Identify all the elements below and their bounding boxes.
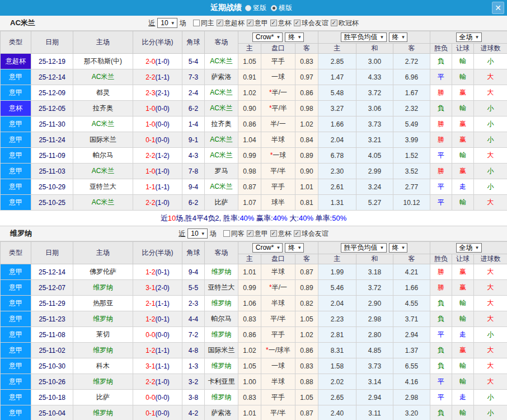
avg-home-cell: 2.04 bbox=[318, 132, 356, 148]
column-header: 角球 bbox=[182, 31, 205, 54]
odds-time-select[interactable]: 终▼ bbox=[285, 243, 304, 253]
away-team-cell: AC米兰 bbox=[205, 132, 238, 148]
column-header: 类型 bbox=[1, 242, 31, 264]
handicap-cell: 平/半 bbox=[261, 311, 295, 327]
result-goals-cell: 大 bbox=[474, 280, 507, 296]
handicap-cell: 平手 bbox=[261, 327, 295, 343]
odds-away-cell: 0.88 bbox=[295, 374, 318, 390]
avg-draw-cell: 3.72 bbox=[356, 85, 393, 101]
date-cell: 25-11-02 bbox=[31, 343, 73, 358]
layout-radio-horizontal[interactable]: 横版 bbox=[271, 3, 292, 13]
games-count-select[interactable]: 10▼ bbox=[157, 18, 177, 28]
same-venue-checkbox[interactable]: 同主 bbox=[193, 18, 214, 28]
league-filter-checkbox[interactable]: 欧冠杯 bbox=[331, 18, 359, 28]
corner-cell: 5-5 bbox=[182, 280, 205, 296]
league-filter-checkbox[interactable]: 意杯 bbox=[270, 18, 292, 28]
avg-home-cell: 1.66 bbox=[318, 116, 356, 132]
league-filter-checkbox[interactable]: 意甲 bbox=[247, 229, 268, 239]
result-goals-cell: 小 bbox=[474, 132, 507, 148]
close-icon[interactable]: ✕ bbox=[492, 2, 504, 14]
league-filter-checkbox[interactable]: 意杯 bbox=[270, 229, 292, 239]
avg-odds-select[interactable]: 胜平负均值▼ bbox=[341, 32, 387, 42]
avg-home-cell: 2.23 bbox=[318, 311, 356, 327]
result-goals-cell: 大 bbox=[474, 358, 507, 374]
avg-home-cell: 8.31 bbox=[318, 343, 356, 358]
avg-draw-cell: 3.14 bbox=[356, 374, 393, 390]
avg-away-cell: 3.52 bbox=[393, 164, 430, 179]
results-table: 类型日期主场比分(半场)角球客场Crow*▼终▼胜平负均值▼终▼全场▼主盘口客主… bbox=[0, 241, 507, 420]
result-goals-cell: 小 bbox=[474, 179, 507, 195]
corner-cell: 7-2 bbox=[182, 327, 205, 343]
sub-column-header: 主 bbox=[318, 44, 356, 54]
away-team-cell: 维罗纳 bbox=[205, 358, 238, 374]
result-handicap-cell: 走 bbox=[452, 390, 474, 405]
date-cell: 25-11-29 bbox=[31, 296, 73, 311]
handicap-cell: 球半 bbox=[261, 195, 295, 211]
dropdown-value: Crow* bbox=[256, 33, 274, 41]
radio-icon bbox=[271, 5, 277, 11]
results-content: AC米兰近10▼场同主意超杯意甲意杯球会友谊欧冠杯类型日期主场比分(半场)角球客… bbox=[0, 16, 507, 420]
recent-link[interactable]: 近 bbox=[148, 18, 155, 28]
dropdown-value: 终 bbox=[288, 32, 295, 42]
odds-away-cell: 0.86 bbox=[295, 343, 318, 358]
halftime-score: (1-0) bbox=[156, 58, 170, 66]
avg-away-cell: 6.96 bbox=[393, 69, 430, 85]
odds-source-select[interactable]: Crow*▼ bbox=[252, 243, 283, 253]
layout-radio-vertical[interactable]: 竖版 bbox=[245, 3, 266, 13]
dropdown-value: 全场 bbox=[459, 243, 473, 253]
handicap-cell: *一/球半 bbox=[261, 343, 295, 358]
match-scope-select[interactable]: 全场▼ bbox=[456, 243, 482, 253]
away-team-cell: 罗马 bbox=[205, 164, 238, 179]
avg-time-select[interactable]: 终▼ bbox=[389, 243, 408, 253]
handicap-cell: *半/一 bbox=[261, 85, 295, 101]
avg-draw-cell: 2.94 bbox=[356, 390, 393, 405]
odds-away-cell: 1.01 bbox=[295, 179, 318, 195]
odds-source-select[interactable]: Crow*▼ bbox=[252, 32, 283, 42]
avg-away-cell: 10.12 bbox=[393, 195, 430, 211]
table-row: 意甲25-10-04维罗纳0-1(0-0)4-2萨索洛1.01平/半0.872.… bbox=[1, 405, 507, 420]
avg-time-select[interactable]: 终▼ bbox=[389, 32, 408, 42]
odds-home-cell: 1.06 bbox=[238, 296, 261, 311]
league-filter-checkbox[interactable]: 意超杯 bbox=[217, 18, 245, 28]
result-wdl-cell: 勝 bbox=[430, 280, 452, 296]
summary-part: 40% bbox=[273, 214, 288, 222]
checkbox-label: 意超杯 bbox=[224, 18, 245, 28]
same-venue-checkbox[interactable]: 同客 bbox=[223, 229, 245, 239]
table-row: 意甲25-11-29热那亚2-1(1-1)2-3维罗纳1.06半球0.822.0… bbox=[1, 296, 507, 311]
result-goals-cell: 大 bbox=[474, 85, 507, 101]
league-filter-checkbox[interactable]: 球会友谊 bbox=[294, 18, 328, 28]
summary-part: 40% bbox=[240, 214, 254, 222]
league-filter-checkbox[interactable]: 球会友谊 bbox=[294, 229, 328, 239]
match-scope-select[interactable]: 全场▼ bbox=[456, 32, 482, 42]
table-row: 意甲25-11-08莱切0-0(0-0)7-2维罗纳0.86平手1.022.81… bbox=[1, 327, 507, 343]
avg-odds-select[interactable]: 胜平负均值▼ bbox=[341, 243, 387, 253]
date-cell: 25-12-09 bbox=[31, 85, 73, 101]
odds-away-cell: 0.86 bbox=[295, 85, 318, 101]
summary-part: 单率: bbox=[313, 214, 332, 222]
odds-home-cell: 1.05 bbox=[238, 358, 261, 374]
games-count-select[interactable]: 10▼ bbox=[187, 228, 207, 239]
odds-away-cell: 1.02 bbox=[295, 116, 318, 132]
column-header: 主场 bbox=[73, 242, 133, 264]
record-summary: 近10场,胜4平4负2, 胜率:40% 赢率:40% 大:40% 单率:50% bbox=[0, 211, 507, 226]
recent-link[interactable]: 近 bbox=[179, 229, 185, 239]
avg-away-cell: 1.67 bbox=[393, 85, 430, 101]
column-header: 主场 bbox=[73, 31, 133, 54]
date-cell: 25-11-08 bbox=[31, 327, 73, 343]
date-cell: 25-12-14 bbox=[31, 69, 73, 85]
checkbox-label: 同主 bbox=[201, 18, 214, 28]
avg-odds-group: 胜平负均值▼终▼ bbox=[318, 31, 430, 44]
league-filter-checkbox[interactable]: 意甲 bbox=[247, 18, 268, 28]
checkbox-icon bbox=[247, 20, 254, 26]
radio-icon bbox=[245, 5, 251, 11]
score-cell: 1-0(0-0) bbox=[133, 101, 182, 116]
score-cell: 2-2(1-0) bbox=[133, 374, 182, 390]
sub-column-header: 胜负 bbox=[430, 254, 452, 264]
fulltime-score: 1-2 bbox=[145, 347, 155, 354]
fulltime-score: 2-2 bbox=[145, 199, 155, 207]
odds-home-cell: 0.83 bbox=[238, 390, 261, 405]
team-section: AC米兰近10▼场同主意超杯意甲意杯球会友谊欧冠杯类型日期主场比分(半场)角球客… bbox=[0, 16, 507, 226]
odds-home-cell: 1.00 bbox=[238, 374, 261, 390]
odds-time-select[interactable]: 终▼ bbox=[285, 32, 304, 42]
avg-away-cell: 4.55 bbox=[393, 296, 430, 311]
